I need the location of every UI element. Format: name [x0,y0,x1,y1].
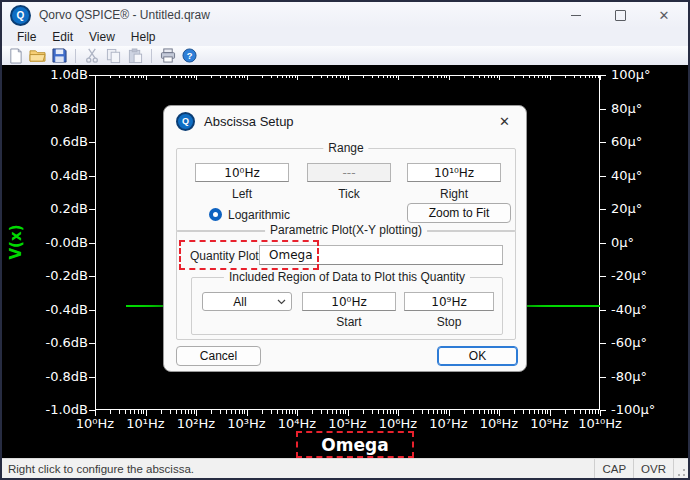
x-tick-minor [464,75,465,78]
region-stop-input[interactable]: 10⁹Hz [404,292,494,311]
ok-button[interactable]: OK [437,346,518,366]
resize-grip[interactable] [674,465,686,477]
x-tick-minor [494,410,495,414]
close-button[interactable]: ✕ [656,7,672,23]
x-tick-minor [220,75,221,78]
x-tick-minor [446,410,447,414]
copy-icon[interactable] [104,47,123,64]
x-tick-minor [125,75,126,78]
y-tick-right [600,310,606,311]
x-tick-minor [383,410,384,414]
x-tick-minor [413,410,414,414]
x-tick-minor [211,75,212,78]
y-axis-label-right: 0µ° [611,235,681,250]
x-tick-major [398,410,399,416]
x-tick-major [398,75,399,80]
x-tick-minor [289,75,290,78]
x-tick-minor [441,410,442,414]
region-start-label: Start [302,315,396,329]
x-tick-minor [211,410,212,414]
y-axis-label-left: -0.8dB [28,369,88,384]
x-tick-minor [176,410,177,414]
app-window: Q Qorvo QSPICE® - Untitled.qraw ✕ File E… [0,0,690,480]
range-left-input[interactable]: 10⁰Hz [195,163,289,182]
x-tick-minor [235,75,236,78]
x-tick-minor [494,75,495,78]
minimize-button[interactable] [568,7,584,23]
x-tick-minor [226,75,227,78]
x-axis-tick-label: 10⁶Hz [371,416,425,431]
x-tick-minor [542,410,543,414]
range-right-input[interactable]: 10¹⁰Hz [407,163,501,182]
x-tick-minor [176,75,177,78]
region-mode-select[interactable]: All [202,292,292,311]
y-axis-label-left: -0.4dB [28,302,88,317]
x-tick-minor [372,410,373,414]
x-tick-minor [514,75,515,78]
dialog-title: Abscissa Setup [204,114,294,129]
maximize-button[interactable] [612,7,628,23]
x-tick-minor [598,75,599,78]
help-icon[interactable]: ? [180,47,199,64]
x-tick-minor [422,410,423,414]
x-tick-minor [242,410,243,414]
open-icon[interactable] [28,47,47,64]
paste-icon[interactable] [126,47,145,64]
menu-file[interactable]: File [10,29,43,45]
x-tick-major [499,75,500,80]
x-axis-tick-label: 10⁴Hz [270,416,324,431]
x-tick-minor [231,410,232,414]
toolbar: ? [2,46,688,66]
x-tick-minor [428,410,429,414]
x-axis-label-selection[interactable]: Omega [296,431,414,458]
region-start-input[interactable]: 10⁰Hz [302,292,396,311]
x-tick-minor [312,75,313,78]
zoom-to-fit-button[interactable]: Zoom to Fit [407,203,511,223]
x-tick-minor [565,75,566,78]
x-tick-major [297,75,298,80]
y-axis-label-left: -0.2dB [28,268,88,283]
x-tick-minor [220,410,221,414]
x-tick-minor [226,410,227,414]
x-axis-tick-label: 10³Hz [220,416,274,431]
menu-edit[interactable]: Edit [45,29,80,45]
save-icon[interactable] [50,47,69,64]
y-axis-label-right: 40µ° [611,168,681,183]
menu-view[interactable]: View [82,29,122,45]
x-tick-minor [292,410,293,414]
x-tick-minor [110,410,111,414]
x-tick-minor [244,75,245,78]
y-axis-label-left: -1.0dB [28,402,88,417]
dialog-close-button[interactable]: ✕ [495,112,514,131]
x-tick-minor [138,75,139,78]
x-tick-minor [473,410,474,414]
cut-icon[interactable] [82,47,101,64]
new-document-icon[interactable] [6,47,25,64]
x-tick-minor [529,410,530,414]
y-axis-title-left: V(x) [7,202,25,282]
cancel-button[interactable]: Cancel [176,346,261,366]
x-tick-minor [545,75,546,78]
y-axis-label-left: 0.4dB [28,168,88,183]
x-tick-major [600,410,601,416]
x-tick-minor [191,410,192,414]
x-tick-minor [413,75,414,78]
y-tick-right [600,209,606,210]
x-tick-minor [119,75,120,78]
caps-lock-indicator: CAP [595,463,633,475]
range-tick-input: --- [307,163,391,182]
x-tick-minor [514,410,515,414]
y-tick-right [600,142,606,143]
x-tick-minor [523,75,524,78]
dialog-logo-icon: Q [176,112,195,131]
logarithmic-radio[interactable] [209,208,222,221]
x-tick-minor [484,410,485,414]
x-tick-minor [345,75,346,78]
x-tick-minor [363,410,364,414]
x-tick-major [348,75,349,80]
print-icon[interactable] [158,47,177,64]
menu-help[interactable]: Help [124,29,163,45]
x-tick-minor [119,410,120,414]
logarithmic-label: Logarithmic [228,208,328,222]
x-tick-minor [327,410,328,414]
